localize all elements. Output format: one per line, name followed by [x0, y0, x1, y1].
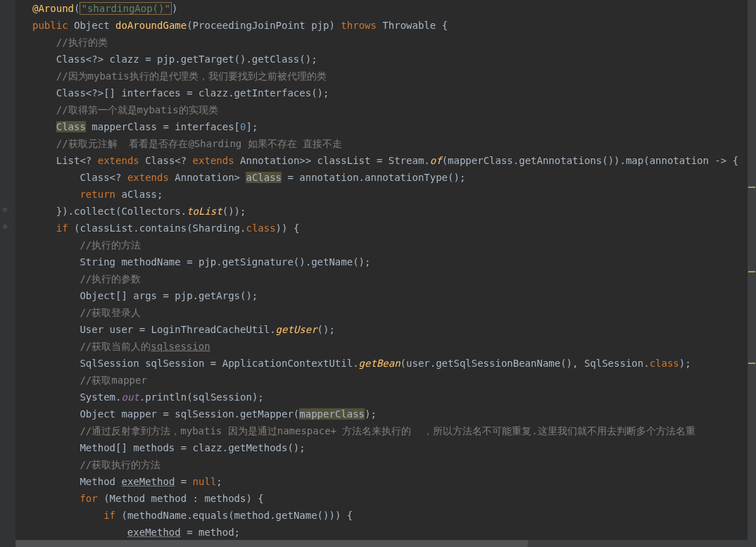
- warning-marker[interactable]: [748, 363, 755, 364]
- comment: //获取登录人: [80, 307, 141, 318]
- comment: //取得第一个就是mybatis的实现类: [56, 104, 218, 115]
- annotation: @Around: [32, 3, 74, 14]
- inline-variable-warning: aClass: [246, 172, 282, 183]
- warning-marker[interactable]: [748, 271, 755, 272]
- comment: //执行的参数: [80, 273, 141, 284]
- unchecked-warning: mapperClass: [299, 408, 365, 420]
- editor-gutter: ⊖ ⊖: [0, 0, 15, 547]
- comment: //因为mybatis执行的是代理类，我们要找到之前被代理的类: [56, 70, 327, 82]
- comment: //获取元注解 看看是否存在@Sharding 如果不存在 直接不走: [56, 138, 342, 149]
- string-literal: "shardingAop()": [80, 2, 171, 15]
- method-name: doAroundGame: [115, 20, 187, 31]
- comment: //执行的类: [56, 37, 108, 48]
- comment: //执行的方法: [80, 239, 141, 251]
- raw-type-warning: Class: [56, 121, 86, 132]
- horizontal-scrollbar[interactable]: [15, 540, 748, 547]
- comment: //通过反射拿到方法，mybatis 因为是通过namespace+ 方法名来执…: [80, 425, 695, 436]
- overview-ruler[interactable]: [748, 0, 756, 547]
- comment: //获取执行的方法: [80, 459, 160, 470]
- fold-mark-icon[interactable]: ⊖: [3, 206, 10, 213]
- comment: //获取mapper: [80, 375, 146, 386]
- warning-marker[interactable]: [748, 187, 755, 188]
- code-editor[interactable]: ⊖ ⊖ @Around("shardingAop()") public Obje…: [0, 0, 756, 547]
- horizontal-scrollbar-thumb[interactable]: [15, 540, 528, 547]
- fold-mark-icon[interactable]: ⊖: [3, 222, 10, 230]
- code-content[interactable]: @Around("shardingAop()") public Object d…: [15, 0, 756, 547]
- typo-underline: sqlsession: [151, 341, 210, 352]
